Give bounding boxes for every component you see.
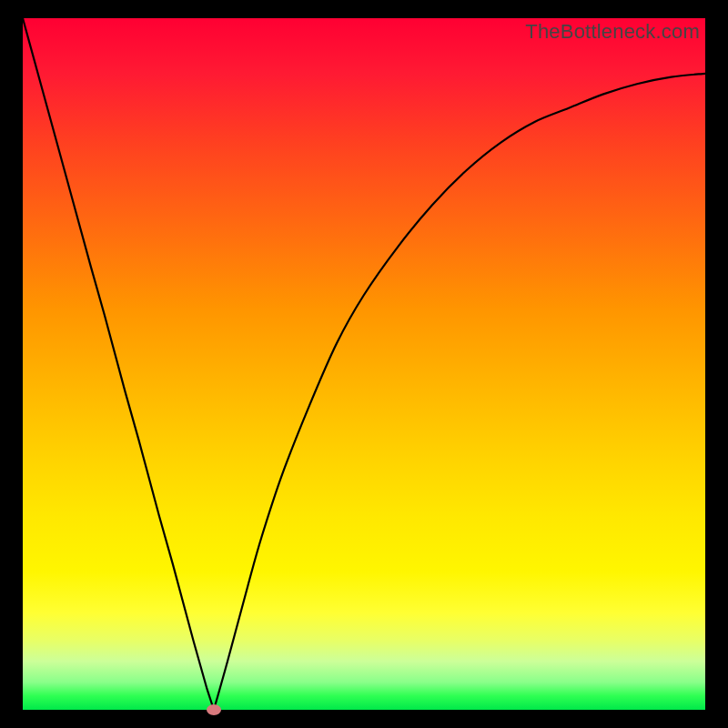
plot-area: TheBottleneck.com (23, 18, 705, 710)
watermark-text: TheBottleneck.com (525, 20, 700, 44)
chart-frame: TheBottleneck.com (0, 0, 728, 728)
bottleneck-curve (23, 18, 705, 710)
minimum-marker (207, 704, 221, 715)
